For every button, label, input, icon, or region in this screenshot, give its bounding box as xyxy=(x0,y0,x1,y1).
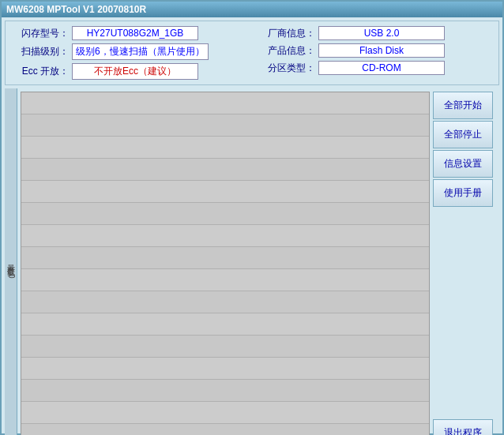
grid-row xyxy=(21,380,429,402)
content-wrapper: 量产数量：0 全部开始 全部停止 信息设置 使用手册 xyxy=(5,88,499,435)
grid-row xyxy=(21,181,429,203)
flash-type-value: HY27UT088G2M_1GB xyxy=(72,26,198,40)
vendor-value: USB 2.0 xyxy=(318,26,445,40)
main-area: 闪存型号： HY27UT088G2M_1GB 扫描级别： 级别6，慢速扫描（黑片… xyxy=(2,17,502,435)
content-area: 全部开始 全部停止 信息设置 使用手册 退出程序 xyxy=(21,92,496,435)
grid-row xyxy=(21,92,429,114)
grid-row xyxy=(21,313,429,336)
side-label-container: 量产数量：0 xyxy=(5,88,17,435)
info-panel: 闪存型号： HY27UT088G2M_1GB 扫描级别： 级别6，慢速扫描（黑片… xyxy=(5,21,499,85)
ecc-row: Ecc 开放： 不开放Ecc（建议） xyxy=(13,63,244,80)
partition-value: CD-ROM xyxy=(318,61,445,75)
scan-level-value: 级别6，慢速扫描（黑片使用） xyxy=(72,43,209,60)
ecc-value: 不开放Ecc（建议） xyxy=(72,63,198,80)
ecc-label: Ecc 开放： xyxy=(13,65,69,78)
grid-row xyxy=(21,225,429,247)
grid-row xyxy=(21,402,429,424)
product-label: 产品信息： xyxy=(260,44,315,58)
vendor-label: 厂商信息： xyxy=(260,27,315,40)
scan-level-row: 扫描级别： 级别6，慢速扫描（黑片使用） xyxy=(13,43,244,60)
grid-panel xyxy=(21,92,430,435)
settings-button[interactable]: 信息设置 xyxy=(433,150,493,178)
scan-level-label: 扫描级别： xyxy=(13,45,69,58)
side-label: 量产数量：0 xyxy=(6,258,17,280)
grid-row xyxy=(21,269,429,291)
start-all-button[interactable]: 全部开始 xyxy=(433,92,493,119)
grid-row xyxy=(21,358,429,380)
right-content: 全部开始 全部停止 信息设置 使用手册 退出程序 xyxy=(17,88,499,435)
title-bar: MW6208 MPTool V1 20070810R xyxy=(2,2,502,17)
window-title: MW6208 MPTool V1 20070810R xyxy=(6,4,146,15)
stop-all-button[interactable]: 全部停止 xyxy=(433,121,493,148)
partition-row: 分区类型： CD-ROM xyxy=(260,61,491,75)
grid-row xyxy=(21,159,429,181)
grid-row xyxy=(21,336,429,358)
grid-row xyxy=(21,291,429,313)
grid-row xyxy=(21,203,429,225)
exit-button[interactable]: 退出程序 xyxy=(433,419,493,435)
partition-label: 分区类型： xyxy=(260,62,315,75)
grid-row xyxy=(21,137,429,159)
flash-type-label: 闪存型号： xyxy=(13,27,69,40)
button-panel: 全部开始 全部停止 信息设置 使用手册 退出程序 xyxy=(433,92,496,435)
grid-row xyxy=(21,247,429,269)
vendor-row: 厂商信息： USB 2.0 xyxy=(260,26,491,40)
main-window: MW6208 MPTool V1 20070810R 闪存型号： HY27UT0… xyxy=(0,0,504,435)
grid-row xyxy=(21,424,429,435)
product-value: Flash Disk xyxy=(318,43,445,58)
product-row: 产品信息： Flash Disk xyxy=(260,43,491,58)
manual-button[interactable]: 使用手册 xyxy=(433,179,493,207)
grid-row xyxy=(21,114,429,137)
flash-type-row: 闪存型号： HY27UT088G2M_1GB xyxy=(13,26,244,40)
btn-group-top: 全部开始 全部停止 信息设置 使用手册 xyxy=(433,92,496,207)
